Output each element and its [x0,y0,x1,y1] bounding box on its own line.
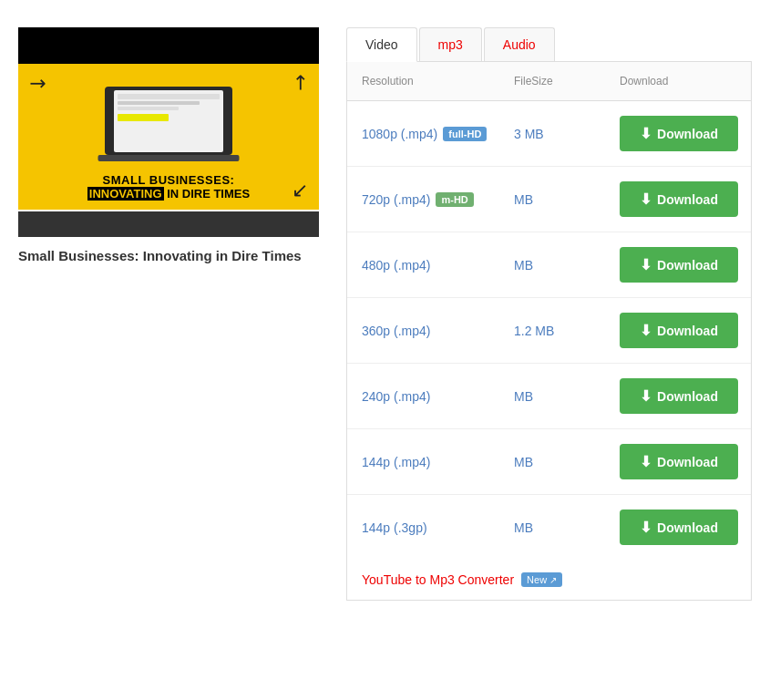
table-row: 144p (.mp4) MB ⬇ Download [347,429,751,495]
download-icon: ⬇ [640,453,652,470]
download-icon: ⬇ [640,387,652,405]
tab-bar: Video mp3 Audio [346,27,752,62]
resolution-badge: m-HD [436,192,473,207]
download-icon: ⬇ [640,190,652,208]
row-resolution: 480p (.mp4) [347,252,505,278]
resolution-text: 240p (.mp4) [362,389,430,404]
row-filesize: MB [505,515,605,540]
resolution-badge: full-HD [443,127,487,141]
footer-row: YouTube to Mp3 Converter New ↗ [347,560,751,600]
row-resolution: 1080p (.mp4) full-HD [347,121,505,147]
laptop-body [105,87,232,155]
resolution-text: 720p (.mp4) [362,192,430,207]
download-icon: ⬇ [640,125,652,142]
arrow-br-icon: ↙ [292,179,308,202]
download-label: Download [657,127,718,141]
row-resolution: 144p (.3gp) [347,515,505,540]
yt-mp3-link[interactable]: YouTube to Mp3 Converter [362,572,514,587]
download-label: Download [657,192,718,207]
header-download: Download [605,69,751,93]
row-download: ⬇ Download [605,110,751,157]
tab-audio[interactable]: Audio [484,27,555,61]
download-label: Download [657,324,718,338]
download-button[interactable]: ⬇ Download [620,181,738,217]
resolution-text: 360p (.mp4) [362,324,430,338]
download-button[interactable]: ⬇ Download [620,510,738,545]
row-download: ⬇ Download [605,307,751,354]
table-rows: 1080p (.mp4) full-HD 3 MB ⬇ Download 720… [347,101,751,560]
thumb-image: ↗ ↗ [18,64,319,210]
progress-bar [18,211,319,237]
download-button[interactable]: ⬇ Download [620,247,738,283]
download-icon: ⬇ [640,519,652,536]
laptop-screen [114,90,223,152]
download-button[interactable]: ⬇ Download [620,116,738,151]
row-download: ⬇ Download [605,438,751,485]
left-panel: ↗ ↗ [18,27,319,601]
video-title: Small Businesses: Innovating in Dire Tim… [18,246,319,265]
row-download: ⬇ Download [605,373,751,419]
row-download: ⬇ Download [605,176,751,222]
arrow-tl-icon: ↗ [23,68,51,97]
resolution-text: 480p (.mp4) [362,258,430,273]
download-icon: ⬇ [640,322,652,339]
download-button[interactable]: ⬇ Download [620,378,738,414]
row-resolution: 240p (.mp4) [347,384,505,409]
video-thumbnail: ↗ ↗ [18,27,319,237]
row-filesize: MB [505,449,605,475]
resolution-text: 144p (.mp4) [362,455,430,469]
resolution-text: 1080p (.mp4) [362,127,437,141]
table-row: 720p (.mp4) m-HD MB ⬇ Download [347,167,751,232]
tab-video[interactable]: Video [346,27,417,62]
table-row: 480p (.mp4) MB ⬇ Download [347,232,751,298]
row-filesize: 1.2 MB [505,318,605,344]
download-label: Download [657,258,718,273]
header-filesize: FileSize [505,69,605,93]
table-header: Resolution FileSize Download [347,62,751,101]
row-resolution: 720p (.mp4) m-HD [347,187,505,212]
arrow-tr-icon: ↗ [285,68,313,97]
download-button[interactable]: ⬇ Download [620,444,738,479]
header-resolution: Resolution [347,69,505,93]
laptop-base [98,155,240,161]
row-resolution: 144p (.mp4) [347,449,505,475]
row-filesize: 3 MB [505,121,605,147]
table-row: 1080p (.mp4) full-HD 3 MB ⬇ Download [347,101,751,167]
row-filesize: MB [505,252,605,278]
external-icon: ↗ [549,575,557,585]
row-filesize: MB [505,187,605,212]
resolution-text: 144p (.3gp) [362,520,427,535]
new-badge: New ↗ [521,572,562,587]
download-label: Download [657,455,718,469]
download-label: Download [657,520,718,535]
row-resolution: 360p (.mp4) [347,318,505,344]
download-button[interactable]: ⬇ Download [620,313,738,348]
table-row: 144p (.3gp) MB ⬇ Download [347,495,751,560]
table-row: 360p (.mp4) 1.2 MB ⬇ Download [347,298,751,364]
row-filesize: MB [505,384,605,409]
tab-mp3[interactable]: mp3 [419,27,482,61]
thumb-title-text: SMALL BUSINESSES: INNOVATING IN DIRE TIM… [87,173,250,201]
download-table: Resolution FileSize Download 1080p (.mp4… [346,62,752,601]
table-row: 240p (.mp4) MB ⬇ Download [347,364,751,429]
row-download: ⬇ Download [605,504,751,551]
thumb-top-bar [18,27,319,64]
row-download: ⬇ Download [605,242,751,288]
download-icon: ⬇ [640,256,652,273]
right-panel: Video mp3 Audio Resolution FileSize Down… [346,27,752,601]
download-label: Download [657,389,718,404]
